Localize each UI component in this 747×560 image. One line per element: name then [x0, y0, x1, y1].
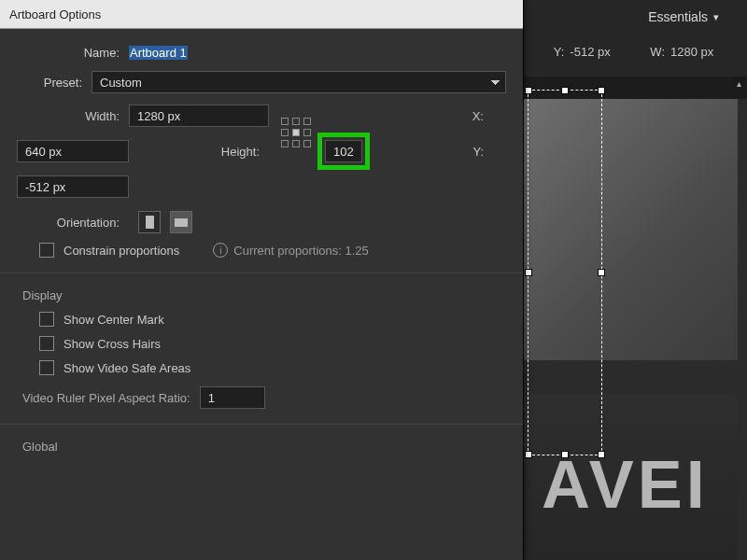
proportions-label: Current proportions: 1.25	[233, 244, 369, 258]
show-cross-checkbox[interactable]	[39, 336, 54, 351]
handle-bottom-left[interactable]	[525, 451, 532, 458]
ruler-row: Video Ruler Pixel Aspect Ratio:	[22, 386, 506, 409]
coordinate-bar: Y: -512 px W: 1280 px	[537, 37, 747, 65]
show-center-label: Show Center Mark	[63, 313, 164, 327]
workspace-label: Essentials	[648, 9, 708, 24]
show-safe-row: Show Video Safe Areas	[39, 360, 506, 375]
name-input[interactable]: Artboard 1	[129, 46, 506, 60]
handle-mid-right[interactable]	[598, 269, 605, 276]
orientation-landscape-button[interactable]	[170, 211, 192, 233]
proportions-info: i Current proportions: 1.25	[213, 243, 369, 258]
global-section-title: Global	[22, 440, 506, 454]
name-label: Name:	[17, 46, 129, 60]
display-section-title: Display	[22, 288, 506, 302]
show-center-checkbox[interactable]	[39, 312, 54, 327]
y-value[interactable]: -512 px	[570, 45, 627, 59]
landscape-icon	[175, 218, 188, 227]
handle-top-mid[interactable]	[561, 87, 569, 94]
w-label: W:	[650, 45, 665, 59]
height-label: Height:	[129, 145, 269, 159]
handle-top-left[interactable]	[525, 87, 532, 94]
app-root: Essentials ▾ Y: -512 px W: 1280 px AVEI …	[0, 0, 747, 560]
handle-bottom-right[interactable]	[598, 451, 605, 458]
show-cross-row: Show Cross Hairs	[39, 336, 506, 351]
separator-1	[0, 273, 523, 273]
name-row: Name: Artboard 1	[17, 46, 506, 60]
ruler-input[interactable]	[200, 386, 265, 409]
width-label: Width:	[17, 109, 129, 123]
constrain-checkbox[interactable]	[39, 243, 54, 258]
portrait-icon	[146, 216, 154, 229]
orientation-label: Orientation:	[17, 216, 129, 230]
height-input[interactable]	[325, 140, 362, 162]
constrain-row: Constrain proportions i Current proporti…	[39, 243, 506, 258]
preset-row: Preset: Custom	[17, 71, 506, 93]
workspace-switcher[interactable]: Essentials ▾	[648, 9, 719, 24]
separator-2	[0, 424, 523, 425]
chevron-down-icon: ▾	[713, 11, 719, 23]
top-bar: Essentials ▾	[648, 0, 747, 34]
constrain-label: Constrain proportions	[63, 244, 179, 258]
selection-marquee[interactable]	[528, 90, 602, 455]
ruler-label: Video Ruler Pixel Aspect Ratio:	[22, 391, 200, 405]
dialog-title: Artboard Options	[9, 7, 101, 21]
reference-point-icon[interactable]	[281, 118, 313, 149]
height-highlight	[325, 140, 362, 162]
dialog-body: Name: Artboard 1 Preset: Custom Width: X…	[0, 29, 523, 454]
show-safe-checkbox[interactable]	[39, 360, 54, 375]
orientation-row: Orientation:	[17, 211, 506, 233]
show-center-row: Show Center Mark	[39, 312, 506, 327]
handle-bottom-mid[interactable]	[561, 451, 569, 458]
scroll-up-icon[interactable]: ▴	[732, 77, 745, 90]
x-input[interactable]	[17, 140, 129, 162]
w-value[interactable]: 1280 px	[670, 45, 728, 59]
orientation-portrait-button[interactable]	[138, 211, 161, 233]
x-label: X:	[362, 109, 493, 123]
y-label-2: Y:	[362, 145, 493, 159]
show-safe-label: Show Video Safe Areas	[63, 361, 190, 375]
width-input[interactable]	[129, 105, 269, 127]
y-label: Y:	[554, 45, 565, 59]
show-cross-label: Show Cross Hairs	[63, 337, 161, 351]
preset-label: Preset:	[17, 76, 92, 90]
y-input[interactable]	[17, 175, 129, 198]
dialog-titlebar[interactable]: Artboard Options	[0, 0, 523, 29]
name-input-value: Artboard 1	[129, 46, 188, 60]
dimensions-grid: Width: X: Height: Y:	[17, 105, 506, 198]
handle-mid-left[interactable]	[525, 269, 532, 276]
info-icon: i	[213, 243, 228, 258]
artboard-options-dialog: Artboard Options Name: Artboard 1 Preset…	[0, 0, 524, 560]
preset-select[interactable]: Custom	[92, 71, 506, 93]
handle-top-right[interactable]	[598, 87, 605, 94]
